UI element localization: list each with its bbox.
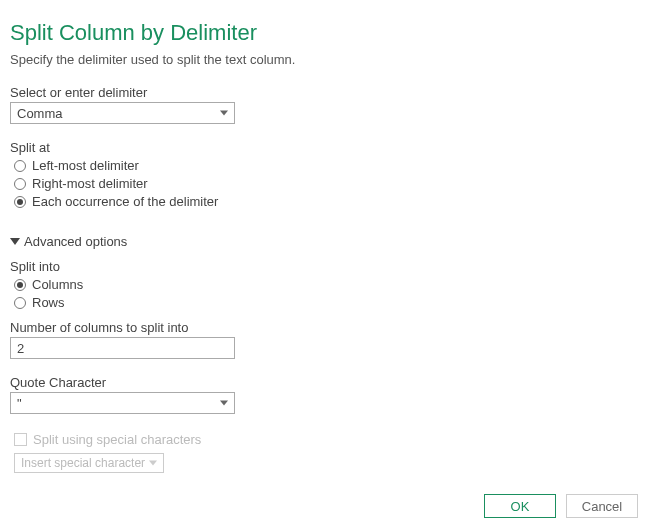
quote-char-select[interactable]: "	[10, 392, 235, 414]
radio-icon	[14, 160, 26, 172]
split-at-each-occurrence[interactable]: Each occurrence of the delimiter	[14, 194, 640, 209]
chevron-down-icon	[149, 461, 157, 466]
dialog-title: Split Column by Delimiter	[10, 20, 640, 46]
chevron-down-icon	[220, 401, 228, 406]
split-into-label: Split into	[10, 259, 640, 274]
radio-label: Columns	[32, 277, 83, 292]
insert-special-select: Insert special character	[14, 453, 164, 473]
split-into-columns[interactable]: Columns	[14, 277, 640, 292]
delimiter-select[interactable]: Comma	[10, 102, 235, 124]
quote-char-value: "	[17, 396, 22, 411]
expand-down-icon	[10, 238, 20, 245]
radio-icon	[14, 297, 26, 309]
split-into-rows[interactable]: Rows	[14, 295, 640, 310]
num-columns-label: Number of columns to split into	[10, 320, 640, 335]
split-special-label: Split using special characters	[33, 432, 201, 447]
delimiter-value: Comma	[17, 106, 63, 121]
delimiter-label: Select or enter delimiter	[10, 85, 640, 100]
radio-icon	[14, 196, 26, 208]
radio-label: Each occurrence of the delimiter	[32, 194, 218, 209]
checkbox-icon	[14, 433, 27, 446]
radio-icon	[14, 178, 26, 190]
quote-char-label: Quote Character	[10, 375, 640, 390]
cancel-button[interactable]: Cancel	[566, 494, 638, 518]
dialog-subtitle: Specify the delimiter used to split the …	[10, 52, 640, 67]
radio-icon	[14, 279, 26, 291]
split-at-right-most[interactable]: Right-most delimiter	[14, 176, 640, 191]
chevron-down-icon	[220, 111, 228, 116]
ok-button[interactable]: OK	[484, 494, 556, 518]
split-at-label: Split at	[10, 140, 640, 155]
advanced-options-toggle[interactable]: Advanced options	[10, 234, 127, 249]
num-columns-input[interactable]: 2	[10, 337, 235, 359]
radio-label: Left-most delimiter	[32, 158, 139, 173]
num-columns-value: 2	[17, 341, 24, 356]
split-at-left-most[interactable]: Left-most delimiter	[14, 158, 640, 173]
advanced-options-label: Advanced options	[24, 234, 127, 249]
radio-label: Right-most delimiter	[32, 176, 148, 191]
split-special-checkbox-row: Split using special characters	[14, 432, 640, 447]
insert-special-value: Insert special character	[21, 456, 145, 470]
radio-label: Rows	[32, 295, 65, 310]
